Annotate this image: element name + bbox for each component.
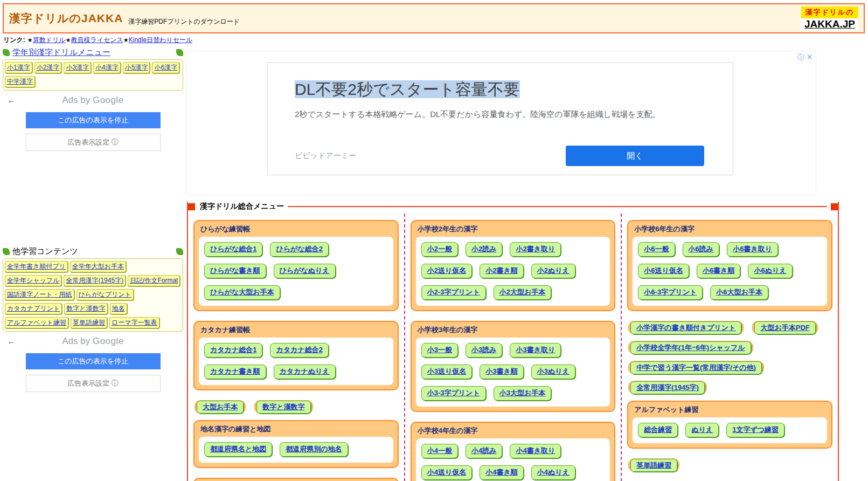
- ad-close-icon[interactable]: ✕: [807, 53, 813, 63]
- sidebar-link[interactable]: 全常用漢字(1945字): [64, 275, 126, 287]
- drill-link[interactable]: 小2読み: [466, 242, 503, 257]
- drill-link[interactable]: ひらがな書き順: [204, 264, 266, 278]
- drill-link[interactable]: 小6大型お手本: [710, 285, 768, 300]
- stop-ad-button[interactable]: この広告の表示を停止: [26, 353, 161, 369]
- drill-link[interactable]: 小学漢字の書き順付きプリント: [630, 321, 741, 334]
- drill-link[interactable]: ひらがな総合2: [270, 242, 328, 257]
- drill-link[interactable]: 小学校全学年(1年~6年)シャッフル: [630, 341, 751, 354]
- button-row: 全常用漢字(1945字): [628, 381, 832, 394]
- ad-settings-button[interactable]: 広告表示設定 ⓘ: [26, 375, 161, 392]
- drill-link[interactable]: 小4一般: [421, 444, 458, 458]
- drill-link[interactable]: 小2大型お手本: [494, 285, 552, 300]
- button-row: カタカナ書き順カタカナぬりえ: [204, 365, 388, 379]
- drill-link[interactable]: 小6書き取り: [727, 242, 778, 257]
- top-link[interactable]: 算数ドリル: [33, 36, 66, 45]
- drill-link[interactable]: 小6一般: [638, 242, 675, 257]
- other-menu-title: 他学習コンテンツ: [12, 246, 78, 257]
- drill-link[interactable]: ぬりえ: [685, 423, 719, 437]
- ad-info-icon[interactable]: ⓘ: [797, 53, 804, 63]
- drill-link[interactable]: 小2ぬりえ: [531, 264, 575, 278]
- drill-link[interactable]: 小3送り仮名: [421, 365, 473, 379]
- drill-link[interactable]: 小6送り仮名: [638, 264, 689, 278]
- drill-link[interactable]: 小3一般: [421, 343, 458, 358]
- ad-card[interactable]: DL不要2秒でスタート容量不要 2秒でスタートする本格戦略ゲーム。DL不要だから…: [267, 62, 733, 175]
- drill-link[interactable]: 小4書き取り: [510, 444, 561, 458]
- drill-link[interactable]: 小4読み: [466, 444, 503, 458]
- ad-settings-button[interactable]: 広告表示設定 ⓘ: [26, 134, 161, 151]
- sidebar-link[interactable]: 全学年書き順付プリ: [5, 261, 68, 273]
- drill-link[interactable]: 小2書き取り: [510, 242, 561, 257]
- group-panel: 総合練習ぬりえ1文字ずつ練習: [633, 417, 827, 443]
- button-row: 小6送り仮名小6書き順小6ぬりえ: [638, 264, 822, 278]
- drill-link[interactable]: カタカナぬりえ: [274, 365, 336, 379]
- drill-link[interactable]: ひらがな大型お手本: [204, 285, 280, 300]
- drill-link[interactable]: 小3大型お手本: [494, 386, 552, 401]
- button-row: 小4一般小4読み小4書き取り: [421, 444, 605, 458]
- menu-group: 小学校2年生の漢字小2一般小2読み小2書き取り小2送り仮名小2書き順小2ぬりえ小…: [411, 220, 616, 311]
- ad-open-button[interactable]: 開く: [566, 146, 704, 166]
- drill-link[interactable]: 大型お手本: [197, 401, 244, 414]
- drill-link[interactable]: 小3読み: [466, 343, 503, 358]
- drill-link[interactable]: 小3書き順: [480, 365, 524, 379]
- sidebar-link[interactable]: 小6漢字: [152, 62, 180, 74]
- sidebar-link[interactable]: 日記/作文Format: [128, 275, 180, 287]
- grade-menu-title[interactable]: 学年別漢字ドリルメニュー: [12, 47, 110, 58]
- sidebar-link[interactable]: 小2漢字: [34, 62, 63, 74]
- drill-link[interactable]: 大型お手本PDF: [754, 321, 815, 334]
- drill-link[interactable]: 小6読み: [683, 242, 720, 257]
- sidebar-link[interactable]: カタカナプリント: [5, 303, 63, 315]
- sidebar-link[interactable]: 小5漢字: [123, 62, 151, 74]
- drill-link[interactable]: 英単語練習: [630, 459, 677, 472]
- drill-link[interactable]: 小6書き順: [697, 264, 741, 278]
- sidebar-link[interactable]: 小1漢字: [5, 62, 33, 74]
- drill-link[interactable]: 全常用漢字(1945字): [630, 381, 705, 394]
- drill-link[interactable]: 総合練習: [638, 423, 678, 437]
- sidebar-link[interactable]: 小4漢字: [93, 62, 121, 74]
- stop-ad-button[interactable]: この広告の表示を停止: [26, 112, 161, 128]
- drill-link[interactable]: 小3ぬりえ: [531, 365, 575, 379]
- sidebar-link[interactable]: 小3漢字: [64, 62, 92, 74]
- back-arrow-icon[interactable]: ←: [7, 95, 16, 105]
- orange-pill: 大型お手本PDF: [752, 321, 817, 334]
- other-menu-header: 他学習コンテンツ: [3, 246, 183, 257]
- back-arrow-icon[interactable]: ←: [7, 336, 16, 346]
- sidebar-link[interactable]: ローマ字一覧表: [109, 317, 160, 329]
- drill-link[interactable]: 都道府県名と地図: [204, 442, 272, 457]
- sidebar-link[interactable]: ひらがなプリント: [77, 289, 134, 301]
- drill-link[interactable]: 小2書き順: [480, 264, 524, 278]
- sidebar-link[interactable]: 全学年シャッフル: [5, 275, 62, 287]
- drill-link[interactable]: 中学で習う漢字一覧(常用漢字/その他): [630, 361, 762, 374]
- drill-link[interactable]: カタカナ総合2: [270, 343, 328, 358]
- site-badge[interactable]: 漢字ドリルの JAKKA.JP: [801, 6, 858, 30]
- drill-link[interactable]: ひらがな総合1: [204, 242, 262, 257]
- top-link[interactable]: Kindle日替わりセール: [129, 36, 192, 45]
- main-content: ⓘ ✕ DL不要2秒でスタート容量不要 2秒でスタートする本格戦略ゲーム。DL不…: [186, 46, 868, 481]
- button-row: 大型お手本数字と漢数字: [195, 400, 399, 414]
- drill-link[interactable]: カタカナ総合1: [204, 343, 262, 358]
- sidebar-link[interactable]: 全学年大型お手本: [70, 261, 127, 273]
- drill-link[interactable]: 小6ぬりえ: [748, 264, 792, 278]
- drill-link[interactable]: 小3書き取り: [510, 343, 561, 358]
- drill-link[interactable]: 小4ぬりえ: [531, 465, 575, 480]
- sidebar: 学年別漢字ドリルメニュー 小1漢字小2漢字小3漢字小4漢字小5漢字小6漢字中学漢…: [0, 46, 186, 392]
- drill-link[interactable]: 小2送り仮名: [421, 264, 473, 278]
- drill-link[interactable]: 小3-3字プリント: [421, 386, 486, 401]
- green-square-icon: [176, 49, 183, 56]
- sidebar-link[interactable]: 国語漢字ノート・用紙: [5, 289, 75, 301]
- drill-link[interactable]: 小4書き順: [480, 465, 524, 480]
- drill-link[interactable]: ひらがなぬりえ: [274, 264, 336, 278]
- sidebar-link[interactable]: 中学漢字: [5, 76, 36, 88]
- drill-link[interactable]: 小2-3字プリント: [421, 285, 486, 300]
- top-link[interactable]: 教員様ライセンス: [71, 36, 123, 45]
- drill-link[interactable]: 数字と漢数字: [256, 401, 310, 414]
- drill-link[interactable]: 都道府県別の地名: [280, 442, 348, 457]
- drill-link[interactable]: 小2一般: [421, 242, 458, 257]
- sidebar-link[interactable]: 英単語練習: [71, 317, 108, 329]
- drill-link[interactable]: 1文字ずつ練習: [726, 423, 784, 437]
- sidebar-link[interactable]: アルファベット練習: [5, 317, 69, 329]
- drill-link[interactable]: 小6-3字プリント: [638, 285, 703, 300]
- drill-link[interactable]: カタカナ書き順: [204, 365, 266, 379]
- drill-link[interactable]: 小4送り仮名: [421, 465, 473, 480]
- sidebar-link[interactable]: 数字と漢数字: [64, 303, 108, 315]
- sidebar-link[interactable]: 地名: [110, 303, 128, 315]
